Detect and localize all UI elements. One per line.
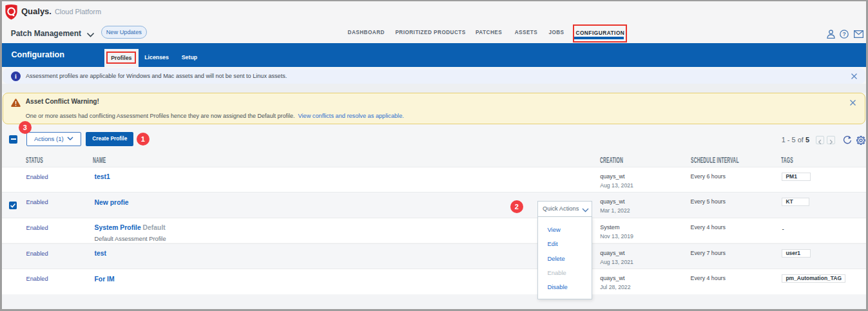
svg-text:?: ? <box>843 31 846 37</box>
svg-text:i: i <box>15 73 17 80</box>
